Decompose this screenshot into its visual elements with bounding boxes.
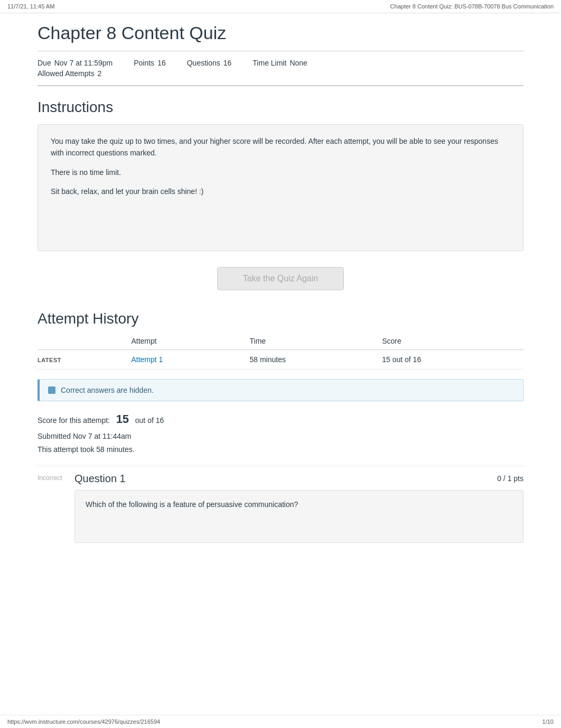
instructions-p3: Sit back, relax, and let your brain cell…	[51, 186, 510, 197]
attempt-1-link[interactable]: Attempt 1	[131, 355, 163, 364]
table-row: LATEST Attempt 1 58 minutes 15 out of 16	[38, 350, 523, 370]
points-value: 16	[157, 59, 166, 67]
due-label: Due	[38, 59, 51, 67]
questions-value: 16	[223, 59, 232, 67]
info-icon	[48, 386, 55, 394]
quiz-meta: Due Nov 7 at 11:59pm Points 16 Questions…	[38, 51, 523, 86]
attempt-history-table: Attempt Time Score LATEST Attempt 1 58 m…	[38, 333, 523, 370]
take-quiz-again-button[interactable]: Take the Quiz Again	[217, 267, 344, 290]
footer-page-number: 1/10	[543, 718, 554, 725]
duration-line: This attempt took 58 minutes.	[38, 443, 523, 456]
question-1-status: Incorrect	[38, 473, 74, 482]
attempt-time: 58 minutes	[250, 350, 382, 370]
allowed-attempts-label: Allowed Attempts	[38, 69, 94, 78]
allowed-attempts-value: 2	[97, 69, 101, 78]
col-attempt: Attempt	[131, 333, 249, 350]
browser-timestamp: 11/7/21, 11:45 AM	[7, 3, 54, 10]
browser-page-title: Chapter 8 Content Quiz: BUS-078B-70078 B…	[390, 3, 554, 10]
question-1-content-box: Which of the following is a feature of p…	[74, 490, 523, 543]
question-1-block: Incorrect Question 1 0 / 1 pts Which of …	[38, 466, 523, 543]
col-badge	[38, 333, 131, 350]
submitted-line: Submitted Nov 7 at 11:44am	[38, 430, 523, 443]
info-banner-text: Correct answers are hidden.	[61, 386, 154, 394]
questions-label: Questions	[187, 59, 220, 67]
attempt-score: 15 out of 16	[382, 350, 523, 370]
score-line: Score for this attempt: 15 out of 16	[38, 409, 523, 430]
question-1-title: Question 1	[74, 473, 126, 485]
score-label: Score for this attempt:	[38, 416, 110, 425]
instructions-p1: You may take the quiz up to two times, a…	[51, 135, 510, 159]
question-1-text: Which of the following is a feature of p…	[86, 500, 512, 509]
footer-url: https://wvm.instructure.com/courses/4297…	[7, 718, 160, 725]
points-label: Points	[134, 59, 154, 67]
footer-bar: https://wvm.instructure.com/courses/4297…	[0, 715, 561, 728]
page-title: Chapter 8 Content Quiz	[38, 13, 523, 51]
latest-badge: LATEST	[38, 357, 61, 363]
score-suffix: out of 16	[135, 416, 164, 425]
score-number: 15	[116, 412, 129, 426]
question-1-header: Incorrect Question 1 0 / 1 pts	[38, 473, 523, 485]
question-1-pts: 0 / 1 pts	[497, 474, 523, 483]
col-time: Time	[250, 333, 382, 350]
instructions-title: Instructions	[38, 86, 523, 124]
browser-bar: 11/7/21, 11:45 AM Chapter 8 Content Quiz…	[0, 0, 561, 13]
time-limit-label: Time Limit	[253, 59, 286, 67]
info-banner: Correct answers are hidden.	[38, 379, 523, 401]
attempt-history-title: Attempt History	[38, 296, 523, 333]
due-value: Nov 7 at 11:59pm	[54, 59, 113, 67]
time-limit-value: None	[289, 59, 307, 67]
instructions-p2: There is no time limit.	[51, 167, 510, 178]
col-score: Score	[382, 333, 523, 350]
attempt-detail: Score for this attempt: 15 out of 16 Sub…	[38, 409, 523, 456]
instructions-box: You may take the quiz up to two times, a…	[38, 124, 523, 251]
